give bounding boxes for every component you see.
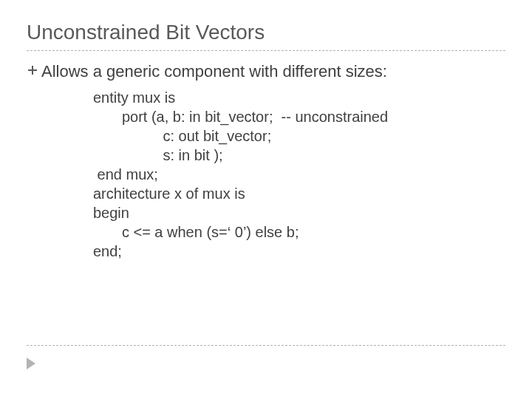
code-line: begin	[93, 205, 129, 221]
code-line: s: in bit );	[93, 147, 223, 163]
svg-rect-1	[28, 69, 37, 71]
slide: Unconstrained Bit Vectors Allows a gener…	[0, 0, 532, 399]
code-line: entity mux is	[93, 89, 175, 106]
bottom-divider	[27, 345, 505, 346]
code-line: end;	[93, 243, 122, 259]
code-line: end mux;	[93, 166, 158, 183]
code-line: c: out bit_vector;	[93, 128, 271, 144]
slide-title: Unconstrained Bit Vectors	[27, 21, 505, 44]
title-divider	[27, 50, 505, 51]
bullet-row: Allows a generic component with differen…	[27, 61, 505, 82]
code-line: c <= a when (s=‘ 0’) else b;	[93, 224, 299, 240]
code-block: entity mux is port (a, b: in bit_vector;…	[93, 88, 505, 261]
bullet-text: Allows a generic component with differen…	[41, 61, 387, 82]
svg-marker-2	[27, 358, 35, 369]
code-line: architecture x of mux is	[93, 185, 245, 202]
bullet-icon	[27, 61, 38, 75]
code-line: port (a, b: in bit_vector; -- unconstrai…	[93, 109, 388, 125]
play-arrow-icon	[27, 358, 38, 372]
